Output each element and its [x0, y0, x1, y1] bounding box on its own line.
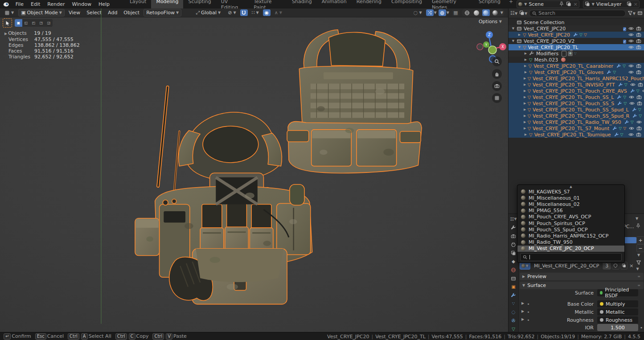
eye-toggle-icon[interactable] — [636, 119, 642, 125]
menu-help[interactable]: Help — [95, 0, 113, 8]
scroll-up-icon[interactable]: ▲ — [517, 185, 624, 188]
tab-view-layer[interactable] — [509, 250, 518, 256]
camera-toggle-icon[interactable] — [636, 32, 641, 38]
eye-toggle-icon[interactable] — [628, 38, 634, 44]
expand-icon[interactable]: ▶ — [524, 52, 528, 55]
material-item[interactable]: MI_Radio_Harris_ANPRC152_OCP — [517, 233, 624, 239]
material-search-input[interactable] — [532, 254, 614, 260]
camera-toggle-icon[interactable] — [636, 70, 641, 75]
chevron-down-icon[interactable]: ▼ — [636, 217, 638, 221]
expand-icon[interactable]: ▶ — [524, 89, 526, 93]
eye-toggle-icon[interactable] — [628, 63, 634, 69]
outliner-row[interactable]: ▶▽Vest_CRYE_JPC20_TL_Pouch_SS_S▽ — [509, 100, 644, 107]
outliner-row[interactable]: ▼Vest_CRYE_JPC20_V2✓ — [509, 38, 644, 44]
outliner-row[interactable]: ▶Modifiers✛∵ — [509, 50, 644, 57]
expand-icon[interactable]: ▶ — [521, 301, 524, 307]
display-mode-button[interactable]: ▼ — [519, 10, 527, 16]
material-item[interactable]: MI_Radio_TW_950 — [517, 239, 624, 246]
delete-viewlayer-icon[interactable]: × — [634, 1, 638, 7]
eye-toggle-icon[interactable] — [629, 94, 634, 100]
tab-physics[interactable]: ◌ — [509, 309, 518, 315]
menu-window[interactable]: Window — [69, 0, 95, 8]
menu-render[interactable]: Render — [44, 0, 68, 8]
expand-icon[interactable]: ▶ — [524, 120, 526, 124]
camera-toggle-icon[interactable] — [638, 82, 643, 88]
material-slot-selected[interactable] — [623, 237, 636, 243]
expand-icon[interactable]: ▶ — [524, 102, 526, 105]
outliner-row[interactable]: ▶▽Vest_CRYE_JPC20_TL_Harris_ANPRC152_Pou… — [509, 75, 644, 82]
material-search[interactable] — [520, 253, 622, 261]
outliner-row[interactable]: ▶▽Vest_CRYE_JPC20_TL_Gloves▽ — [509, 69, 644, 75]
outliner-row[interactable]: ▶▽Vest_CRYE_JPC20_TL_Pouch_CRYE_AVS▽ — [509, 88, 644, 94]
outliner-row[interactable]: ▶▽Vest_CRYE_JPC20_TL_Tournique▽ — [509, 131, 644, 138]
outliner-row[interactable]: ▶▽Vest_CRYE_JPC20_TL_Radio_TW_950▽ — [509, 119, 644, 125]
pin-icon[interactable] — [559, 1, 564, 7]
expand-icon[interactable]: ▶ — [524, 95, 526, 99]
material-name-field[interactable]: MI_Vest_CRYE_JPC_20_OCP — [531, 262, 602, 269]
scene-selector[interactable]: ▼ Scene × — [517, 0, 579, 8]
new-scene-icon[interactable] — [566, 1, 571, 7]
expand-icon[interactable]: ▶ — [524, 77, 526, 80]
tab-particles[interactable]: ∵ — [509, 300, 518, 307]
outliner-row[interactable]: ▶▽Vest_CRYE_JPC20▽▽ — [509, 32, 644, 38]
socket-field[interactable]: Roughness — [597, 316, 638, 324]
viewlayer-selector[interactable]: ▼ ViewLayer × — [583, 0, 640, 8]
tab-tool[interactable] — [509, 224, 518, 231]
collapse-icon[interactable]: ▼ — [517, 45, 521, 49]
3d-viewport[interactable]: ▼ ▣Object Mode▼ ViewSelectAddObject Reto… — [0, 8, 508, 332]
eye-toggle-icon[interactable] — [628, 70, 634, 75]
camera-toggle-icon[interactable] — [636, 126, 642, 131]
material-item[interactable]: MI_Miscellaneous_02 — [517, 201, 624, 207]
outliner-row[interactable]: ▶▽Vest_CRYE_JPC20_TL_Caarabiner▽ — [509, 63, 644, 69]
collapse-icon[interactable]: ▼ — [511, 39, 515, 43]
filter-icon[interactable]: ▼ — [636, 260, 644, 271]
unlink-material-icon[interactable]: × — [628, 263, 634, 269]
tab-object[interactable]: ▣ — [509, 283, 518, 290]
camera-toggle-icon[interactable] — [636, 26, 641, 32]
eye-toggle-icon[interactable] — [629, 126, 634, 131]
add-slot-button[interactable]: + — [636, 236, 644, 244]
material-item[interactable]: MI_KAGWEKS_S7 — [517, 188, 624, 195]
eye-toggle-icon[interactable] — [628, 45, 634, 50]
tab-world[interactable] — [509, 266, 518, 273]
camera-toggle-icon[interactable] — [636, 94, 642, 100]
eye-toggle-icon[interactable] — [628, 32, 634, 38]
expand-icon[interactable]: ▶ — [517, 33, 521, 37]
outliner-row[interactable]: ▶▽Vest_CRYE_JPC20_TL_Pouch_SS_Spud_L▽ — [509, 107, 644, 113]
tab-data[interactable]: ▽ — [509, 326, 518, 332]
camera-toggle-icon[interactable] — [636, 38, 641, 44]
outliner-row[interactable]: ▼▽Vest_CRYE_JPC20_TL — [509, 44, 644, 50]
camera-toggle-icon[interactable] — [636, 45, 641, 50]
editor-type-button[interactable]: ☷▼ — [509, 216, 518, 222]
outliner-row[interactable]: ▶▽Vest_CRYE_JPC20_TL_Pouch_SS_Spud_R▽ — [509, 113, 644, 119]
tab-constraints[interactable]: ✇ — [509, 317, 518, 324]
zoom-tool-button[interactable] — [492, 57, 502, 66]
eye-toggle-icon[interactable] — [642, 88, 644, 94]
new-collection-icon[interactable] — [637, 10, 643, 16]
menu-edit[interactable]: Edit — [27, 0, 44, 8]
pin-icon[interactable] — [636, 223, 641, 229]
tab-scene[interactable]: ◆ — [509, 258, 518, 265]
socket-field[interactable]: Metallic — [597, 308, 638, 315]
ortho-toggle-button[interactable] — [492, 93, 502, 103]
expand-icon[interactable]: ▶ — [524, 70, 528, 74]
eye-toggle-icon[interactable] — [628, 26, 634, 32]
expand-icon[interactable]: ▶ — [524, 83, 526, 86]
ior-slider[interactable]: 1.500 — [597, 324, 638, 331]
slot-specials-icon[interactable]: ▼ — [637, 253, 640, 257]
tab-collection[interactable] — [509, 275, 518, 282]
expand-icon[interactable]: ▶ — [521, 317, 524, 323]
material-item[interactable]: MI_Pouch_CRYE_AVS_OCP — [517, 214, 624, 220]
outliner-search-input[interactable]: Search — [529, 10, 626, 17]
check-toggle-icon[interactable]: ✓ — [623, 26, 626, 32]
editor-type-button[interactable]: ☷▼ — [510, 10, 517, 16]
material-item[interactable]: MI_Pouch_SS_Spud_OCP — [517, 226, 624, 233]
material-item[interactable]: MI_PMAG_556 — [517, 208, 624, 214]
material-item[interactable]: MI_Pouch_Spiritus_OCP — [517, 220, 624, 226]
camera-toggle-icon[interactable] — [636, 132, 641, 138]
eye-toggle-icon[interactable] — [629, 101, 635, 107]
menu-file[interactable]: File — [12, 0, 27, 8]
camera-view-button[interactable] — [492, 81, 502, 91]
outliner-row[interactable]: Scene Collection — [509, 19, 644, 25]
filter-icon[interactable]: ▼ — [628, 10, 636, 16]
